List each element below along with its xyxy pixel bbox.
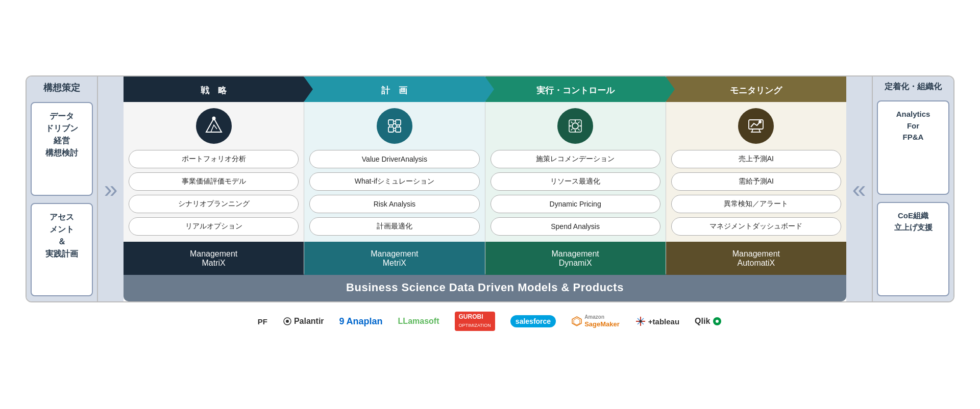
anaplan-text: Anaplan (347, 316, 383, 327)
sagemaker-text: Amazon SageMaker (584, 314, 620, 328)
svg-line-19 (578, 122, 580, 123)
monitor-header: モニタリング (666, 76, 846, 102)
execute-management: Management (551, 249, 599, 259)
mountain-icon (204, 116, 224, 136)
plan-body: Value DriverAnalysis What-ifシミュレーション Ris… (304, 102, 484, 242)
chart-monitor-icon (746, 116, 766, 136)
svg-point-34 (639, 320, 642, 323)
svg-point-1 (212, 117, 215, 120)
svg-marker-29 (574, 318, 580, 325)
execute-icon (557, 108, 593, 144)
palantir-text: Palantir (294, 317, 324, 326)
tableau-icon (635, 316, 646, 327)
execute-column: 実行・コントロール (485, 76, 666, 275)
bottom-bar: Business Science Data Driven Models & Pr… (124, 274, 846, 301)
partner-pf: PF (258, 317, 267, 326)
svg-point-25 (759, 121, 761, 123)
plan-footer: Management MetriX (304, 242, 484, 275)
left-box-1: データドリブン経営構想検討 (31, 102, 93, 196)
svg-rect-5 (388, 127, 394, 132)
plan-item-2: What-ifシミュレーション (309, 172, 479, 191)
svg-line-20 (571, 129, 573, 131)
strategy-icon (196, 108, 232, 144)
palantir-icon (283, 317, 292, 326)
left-panel-title: 構想策定 (43, 82, 80, 94)
sagemaker-icon (571, 316, 582, 327)
strategy-item-2: 事業価値評価モデル (129, 172, 299, 191)
svg-line-17 (571, 122, 573, 123)
plan-item-3: Risk Analysis (309, 195, 479, 213)
strategy-column: 戦 略 ポートフォリオ分析 事業価値評価モデル (124, 76, 304, 275)
strategy-item-1: ポートフォリオ分析 (129, 150, 299, 168)
salesforce-text: salesforce (510, 315, 556, 327)
plan-title: 計 画 (381, 85, 407, 96)
svg-point-11 (572, 123, 578, 129)
tableau-text: +tableau (648, 317, 679, 326)
right-panel-title: 定着化・組織化 (885, 82, 942, 92)
monitor-item-4: マネジメントダッシュボード (671, 217, 841, 236)
left-box-2: アセスメント＆実践計画 (31, 203, 93, 297)
plan-management: Management (371, 249, 418, 259)
left-panel: 構想策定 データドリブン経営構想検討 アセスメント＆実践計画 (27, 76, 98, 301)
svg-point-9 (393, 129, 396, 131)
plan-header: 計 画 (304, 76, 484, 102)
right-arrow: « (846, 76, 872, 301)
right-box-1: AnalyticsForFP&A (877, 100, 949, 195)
monitor-body: 売上予測AI 需給予測AI 異常検知／アラート マネジメントダッシュボード (666, 102, 846, 242)
columns-area: 戦 略 ポートフォリオ分析 事業価値評価モデル (124, 76, 846, 301)
gear-icon (565, 116, 585, 136)
right-box-2: CoE組織立上げ支援 (877, 202, 949, 296)
execute-item-2: リソース最適化 (491, 172, 660, 191)
execute-body: 施策レコメンデーション リソース最適化 Dynamic Pricing Spen… (485, 102, 666, 242)
execute-header: 実行・コントロール (485, 76, 666, 102)
right-chevron: « (852, 177, 866, 201)
monitor-item-3: 異常検知／アラート (671, 195, 841, 213)
plan-column: 計 画 (304, 76, 485, 275)
puzzle-icon (384, 116, 405, 136)
partner-salesforce: salesforce (510, 315, 556, 327)
svg-rect-6 (396, 127, 401, 132)
strategy-title: 戦 略 (201, 85, 227, 96)
svg-point-8 (397, 125, 399, 127)
left-arrow: » (98, 76, 124, 301)
monitor-column: モニタリング 売 (666, 76, 846, 275)
plan-item-1: Value DriverAnalysis (309, 150, 479, 168)
partner-palantir: Palantir (283, 317, 324, 326)
svg-point-7 (393, 121, 396, 124)
outer-wrapper: 構想策定 データドリブン経営構想検討 アセスメント＆実践計画 » 戦 略 (26, 65, 954, 343)
monitor-icon (738, 108, 774, 144)
monitor-product: AutomatiX (737, 259, 775, 268)
svg-point-10 (389, 125, 392, 127)
partner-qlik: Qlik (695, 316, 722, 326)
svg-rect-3 (388, 120, 394, 125)
partner-gurobi: GUROBIOPTIMIZATION (455, 312, 495, 330)
partner-llamasoft: LLamasoft (398, 317, 439, 326)
qlik-icon (712, 316, 722, 326)
left-chevron: » (104, 177, 118, 201)
execute-item-1: 施策レコメンデーション (491, 150, 660, 168)
svg-point-36 (716, 320, 719, 323)
execute-item-4: Spend Analysis (491, 217, 660, 236)
plan-product: MetriX (383, 259, 406, 268)
partner-anaplan: 9 Anaplan (339, 316, 383, 327)
monitor-item-1: 売上予測AI (671, 150, 841, 168)
strategy-item-4: リアルオプション (129, 217, 299, 236)
svg-line-18 (578, 129, 580, 131)
svg-rect-4 (396, 120, 401, 125)
plan-item-4: 計画最適化 (309, 217, 479, 236)
svg-point-27 (286, 320, 289, 323)
monitor-management: Management (732, 249, 780, 259)
execute-item-3: Dynamic Pricing (491, 195, 660, 213)
execute-footer: Management DynamiX (485, 242, 666, 275)
partner-sagemaker: Amazon SageMaker (571, 314, 620, 328)
strategy-body: ポートフォリオ分析 事業価値評価モデル シナリオプランニング リアルオプション (124, 102, 304, 242)
pf-label: PF (258, 317, 267, 326)
monitor-item-2: 需給予測AI (671, 172, 841, 191)
strategy-item-3: シナリオプランニング (129, 195, 299, 213)
strategy-header: 戦 略 (124, 76, 304, 102)
partner-tableau: +tableau (635, 316, 679, 327)
gurobi-badge: GUROBIOPTIMIZATION (455, 312, 495, 330)
right-panel: 定着化・組織化 AnalyticsForFP&A CoE組織立上げ支援 (872, 76, 953, 301)
execute-title: 実行・コントロール (536, 85, 615, 96)
anaplan-a: 9 (339, 316, 345, 327)
